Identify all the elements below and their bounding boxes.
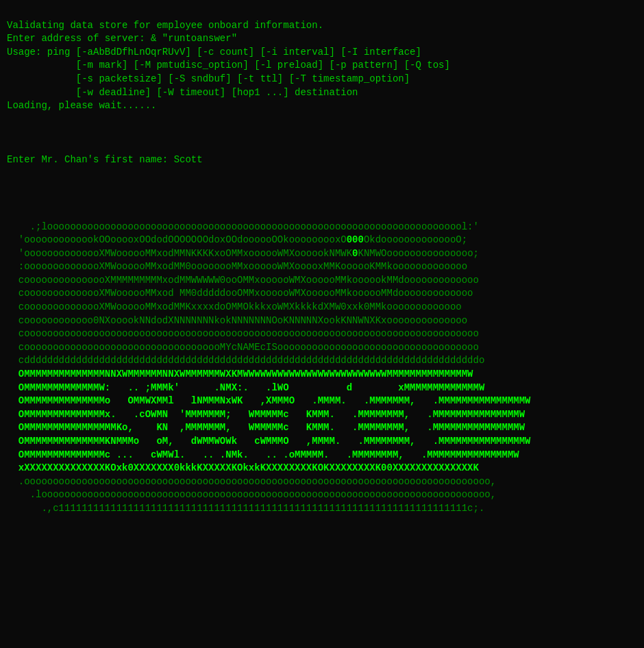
art-line-3: 'oooooooooooooXMWoooooMMxodMMNKKKKxoOMMx…	[7, 248, 479, 259]
line-flags3: [-w deadline] [-W timeout] [hop1 ...] de…	[7, 87, 358, 98]
art-line-7: coooooooooooooXMWoooooMMxodMMKxxxxdoOMMO…	[7, 301, 462, 312]
art-line-20: .ooooooooooooooooooooooooooooooooooooooo…	[7, 476, 496, 487]
art-line-6: coooooooooooooXMWoooooMMxod MM0dddddooOM…	[7, 288, 473, 299]
art-line-21: .loooooooooooooooooooooooooooooooooooooo…	[7, 489, 496, 500]
art-line-16: OMMMMMMMMMMMMMMMMKo, KN ,MMMMMMM, WMMMMM…	[7, 422, 525, 433]
art-line-1: .;looooooooooooooooooooooooooooooooooooo…	[7, 221, 479, 232]
art-line-12: OMMMMMMMMMMMMMMNNXWMMMMMMNNXWMMMMMMWXKMW…	[7, 369, 473, 379]
line-validate: Validating data store for employee onboa…	[7, 20, 323, 31]
art-line-19: xXXXXXXXXXXXXXXKOxk0XXXXXXX0kkkKXXXXXKOk…	[7, 462, 479, 473]
art-line-13: OMMMMMMMMMMMMMW: .. ;MMMk' .NMX:. .lWO d…	[7, 382, 484, 393]
line-firstname: Enter Mr. Chan's first name: Scott	[7, 154, 203, 165]
art-line-15: OMMMMMMMMMMMMMMx. .cOWMN 'MMMMMMM; WMMMM…	[7, 409, 525, 420]
line-usage: Usage: ping [-aAbBdDfhLnOqrRUvV] [-c cou…	[7, 47, 421, 58]
art-line-2: 'ooooooooooookOOooooxOOdodOOOOOOOdoxOOdo…	[7, 234, 467, 245]
blank-line3	[7, 181, 12, 192]
line-address: Enter address of server: & "runtoanswer"	[7, 33, 237, 44]
blank-line1	[7, 127, 12, 138]
art-line-17: OMMMMMMMMMMMMMMKNMMMo oM, dWMMWOWk cWMMM…	[7, 436, 531, 447]
line-loading: Loading, please wait......	[7, 100, 156, 111]
art-line-14: OMMMMMMMMMMMMMMo OMMWXMMl lNMMMNxWK ,XMM…	[7, 395, 531, 406]
art-line-18: OMMMMMMMMMMMMMMc ... cWMWl. .. .NMk. .. …	[7, 449, 519, 460]
blank-line2	[7, 140, 12, 151]
art-line-10: cooooooooooooooooooooooooooooooooooMYcNA…	[7, 342, 479, 353]
art-line-4: :oooooooooooooXMWoooooMMxodMM0oooooooMMx…	[7, 261, 467, 272]
terminal-output: Validating data store for employee onboa…	[7, 5, 637, 556]
art-line-9: cooooooooooooooooooooooooooooooooooooooo…	[7, 328, 479, 339]
art-line-11: cddddddddddddddddddddddddddddddddddddddd…	[7, 355, 484, 366]
art-line-22: .,c1111111111111111111111111111111111111…	[7, 503, 484, 514]
art-line-5: cooooooooooooooXMMMMMMMMMxodMMWWWWW0ooOM…	[7, 275, 479, 286]
blank-line6	[7, 529, 12, 540]
art-line-8: coooooooooooo0NXooookNNdodXNNNNNNNkokNNN…	[7, 315, 467, 326]
line-flags1: [-m mark] [-M pmtudisc_option] [-l prelo…	[7, 60, 450, 71]
line-flags2: [-s packetsize] [-S sndbuf] [-t ttl] [-T…	[7, 73, 410, 84]
blank-line5	[7, 208, 12, 219]
blank-line4	[7, 194, 12, 205]
